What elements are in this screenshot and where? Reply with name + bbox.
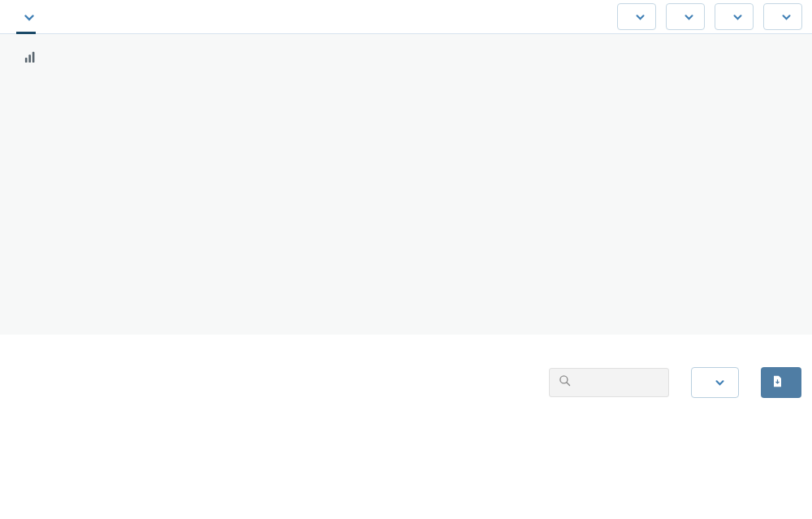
chevron-down-icon — [733, 11, 742, 23]
all-tags-filter[interactable] — [617, 3, 656, 30]
tab-calls[interactable] — [10, 0, 42, 34]
all-calls-filter[interactable] — [666, 3, 705, 30]
table-toolbar — [0, 335, 812, 408]
chart-legend — [0, 265, 812, 275]
chevron-down-icon — [636, 11, 645, 23]
search-input[interactable] — [578, 375, 659, 389]
dashboard-panel — [0, 34, 812, 335]
export-csv-button[interactable] — [761, 367, 801, 398]
granularity-toggle — [0, 78, 812, 89]
dashboard-header — [0, 49, 812, 67]
date-range-picker[interactable] — [763, 3, 802, 30]
chevron-down-icon — [715, 376, 724, 388]
bar-chart-icon — [24, 50, 37, 66]
search-icon — [559, 374, 571, 390]
chevron-down-icon — [782, 11, 791, 23]
chevron-down-icon — [685, 11, 693, 23]
table-settings-button[interactable] — [691, 367, 739, 398]
all-numbers-filter[interactable] — [715, 3, 754, 30]
file-download-icon — [772, 375, 783, 390]
top-navigation — [0, 0, 812, 34]
search-box — [549, 368, 669, 397]
calls-line-chart[interactable] — [0, 109, 812, 237]
tab-forms[interactable] — [55, 0, 71, 34]
chevron-down-icon — [24, 11, 34, 24]
